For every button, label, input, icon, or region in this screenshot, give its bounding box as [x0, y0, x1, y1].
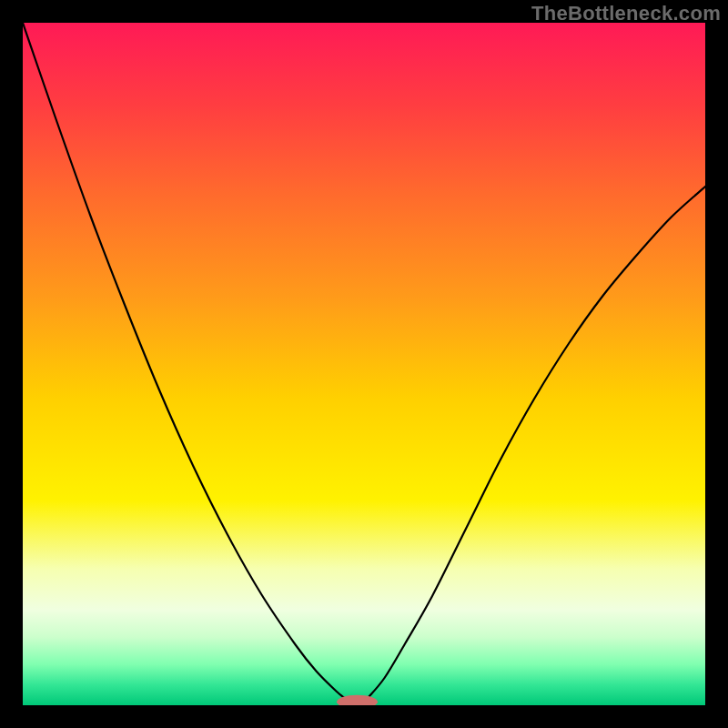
watermark-text: TheBottleneck.com — [531, 2, 721, 25]
gradient-background — [23, 23, 705, 705]
chart-frame: TheBottleneck.com — [0, 0, 728, 728]
plot-area — [23, 23, 705, 705]
chart-svg — [23, 23, 705, 705]
